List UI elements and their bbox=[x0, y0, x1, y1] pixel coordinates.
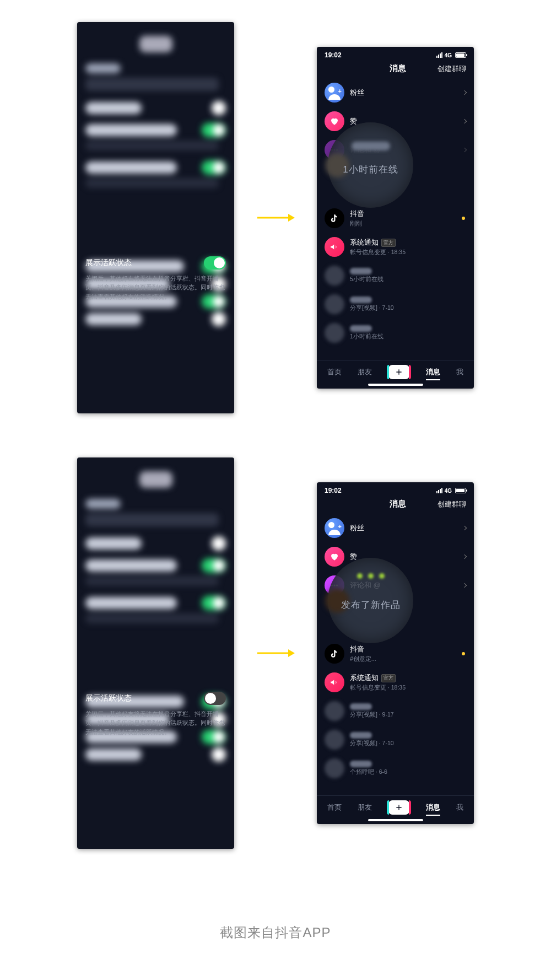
list-item-comments[interactable]: 评论和 @ bbox=[317, 571, 474, 600]
tab-messages[interactable]: 消息 bbox=[426, 367, 440, 377]
battery-icon bbox=[455, 52, 466, 58]
list-item-chat[interactable]: 分享[视频] · 7-10 bbox=[317, 290, 474, 319]
active-status-toggle-off[interactable] bbox=[204, 692, 226, 705]
chevron-right-icon bbox=[462, 554, 467, 559]
list-item-label: 粉丝 bbox=[350, 88, 364, 98]
tab-me[interactable]: 我 bbox=[456, 367, 463, 377]
list-item-label: 抖音 bbox=[350, 644, 364, 654]
list-item-chat[interactable]: 个招呼吧 · 6-6 bbox=[317, 754, 474, 783]
create-group-button[interactable]: 创建群聊 bbox=[437, 64, 466, 74]
douyin-icon bbox=[325, 644, 344, 664]
tab-me[interactable]: 我 bbox=[456, 803, 463, 812]
svg-point-4 bbox=[336, 149, 338, 151]
avatar bbox=[325, 730, 344, 750]
messages-screen-online-variant: 19:02 4G 消息 创建群聊 + 粉丝 赞 bbox=[317, 47, 474, 389]
megaphone-icon bbox=[325, 672, 344, 692]
list-item-sub: 1小时前在线 bbox=[350, 333, 466, 341]
messages-screen-content-variant: 19:02 4G 消息 创建群聊 + 粉丝 赞 bbox=[317, 482, 474, 824]
list-item-system-notify[interactable]: 系统通知官方 帐号信息变更 · 18:35 bbox=[317, 668, 474, 697]
chevron-right-icon bbox=[462, 148, 467, 152]
list-item-sub: 分享[视频] · 7-10 bbox=[350, 304, 466, 312]
show-active-status-setting: 展示活跃状态 关闭后，其他好友将无法在抖音分享栏、抖音开播页、抖音及多闪消息页看… bbox=[85, 692, 226, 736]
avatar bbox=[325, 323, 344, 343]
status-bar: 19:02 4G bbox=[317, 47, 474, 60]
svg-marker-6 bbox=[288, 649, 295, 657]
status-time: 19:02 bbox=[325, 51, 342, 59]
settings-blurred-area bbox=[77, 457, 234, 849]
unread-dot bbox=[462, 217, 465, 220]
create-group-button[interactable]: 创建群聊 bbox=[437, 499, 466, 509]
douyin-icon bbox=[325, 208, 344, 228]
comment-icon bbox=[325, 140, 344, 160]
nav-bar: 消息 创建群聊 bbox=[317, 496, 474, 514]
list-item-label: 抖音 bbox=[350, 209, 364, 219]
avatar bbox=[325, 701, 344, 721]
create-button[interactable] bbox=[388, 800, 409, 815]
list-item-label: 评论和 @ bbox=[350, 580, 381, 590]
comment-icon bbox=[325, 575, 344, 595]
list-item-comments[interactable]: 评论和 @ bbox=[317, 136, 474, 164]
tab-home[interactable]: 首页 bbox=[327, 367, 342, 377]
list-item-label: 系统通知 bbox=[350, 673, 379, 683]
setting-description: 关闭后，其他好友将无法在抖音分享栏、抖音开播页、抖音及多闪消息页看到你的活跃状态… bbox=[85, 274, 226, 301]
list-item-fans[interactable]: + 粉丝 bbox=[317, 514, 474, 542]
tab-home[interactable]: 首页 bbox=[327, 803, 342, 812]
setting-description: 关闭后，其他好友将无法在抖音分享栏、抖音开播页、抖音及多闪消息页看到你的活跃状态… bbox=[85, 709, 226, 736]
official-badge: 官方 bbox=[381, 239, 396, 247]
show-active-status-setting: 展示活跃状态 关闭后，其他好友将无法在抖音分享栏、抖音开播页、抖音及多闪消息页看… bbox=[85, 256, 226, 301]
setting-title: 展示活跃状态 bbox=[85, 258, 132, 268]
list-item-system-notify[interactable]: 系统通知官方 帐号信息变更 · 18:35 bbox=[317, 233, 474, 261]
avatar bbox=[325, 294, 344, 314]
page-title: 消息 bbox=[390, 63, 406, 74]
list-item-label: 赞 bbox=[350, 552, 357, 562]
list-item-fans[interactable]: + 粉丝 bbox=[317, 78, 474, 107]
list-item-chat[interactable]: 1小时前在线 bbox=[317, 319, 474, 347]
active-status-toggle-on[interactable] bbox=[204, 256, 226, 270]
chevron-right-icon bbox=[462, 526, 467, 530]
list-item-chat[interactable]: 分享[视频] · 9-17 bbox=[317, 697, 474, 725]
chevron-right-icon bbox=[462, 583, 467, 588]
message-list[interactable]: + 粉丝 赞 评论和 @ 抖音#创意定... bbox=[317, 514, 474, 795]
list-item-sub: 帐号信息变更 · 18:35 bbox=[350, 684, 466, 692]
setting-title: 展示活跃状态 bbox=[85, 693, 132, 703]
page-title: 消息 bbox=[390, 499, 406, 509]
list-item-likes[interactable]: 赞 bbox=[317, 107, 474, 136]
svg-point-2 bbox=[331, 149, 333, 151]
chevron-right-icon bbox=[462, 90, 467, 95]
status-bar: 19:02 4G bbox=[317, 482, 474, 496]
heart-icon bbox=[325, 547, 344, 567]
avatar bbox=[325, 758, 344, 778]
list-item-label: 系统通知 bbox=[350, 238, 379, 247]
nav-bar: 消息 创建群聊 bbox=[317, 60, 474, 78]
list-item-likes[interactable]: 赞 bbox=[317, 542, 474, 571]
figure-caption: 截图来自抖音APP bbox=[0, 924, 551, 941]
home-indicator bbox=[368, 384, 423, 386]
list-item-douyin[interactable]: 抖音#创意定... bbox=[317, 639, 474, 668]
megaphone-icon bbox=[325, 237, 344, 257]
message-list[interactable]: + 粉丝 赞 评论和 @ 抖音刚刚 bbox=[317, 78, 474, 360]
list-item-sub: 个招呼吧 · 6-6 bbox=[350, 768, 466, 776]
fans-icon: + bbox=[325, 83, 344, 103]
unread-dot bbox=[462, 652, 465, 655]
create-button[interactable] bbox=[388, 365, 409, 379]
list-item-sub: 刚刚 bbox=[350, 220, 466, 228]
list-item-sub: 分享[视频] · 9-17 bbox=[350, 711, 466, 719]
tab-friends[interactable]: 朋友 bbox=[358, 803, 372, 812]
svg-point-9 bbox=[336, 585, 338, 586]
svg-point-7 bbox=[331, 585, 333, 586]
tab-messages[interactable]: 消息 bbox=[426, 803, 440, 812]
list-item-label: 评论和 @ bbox=[350, 145, 381, 155]
tab-bar: 首页 朋友 消息 我 bbox=[317, 360, 474, 383]
fans-icon: + bbox=[325, 518, 344, 538]
signal-icon bbox=[436, 52, 442, 58]
svg-marker-1 bbox=[288, 214, 295, 222]
tab-friends[interactable]: 朋友 bbox=[358, 367, 372, 377]
official-badge: 官方 bbox=[381, 674, 396, 682]
list-item-douyin[interactable]: 抖音刚刚 bbox=[317, 204, 474, 233]
list-item-chat[interactable]: 分享[视频] · 7-10 bbox=[317, 725, 474, 754]
heart-icon bbox=[325, 111, 344, 131]
svg-point-8 bbox=[334, 585, 336, 586]
svg-point-3 bbox=[334, 149, 336, 151]
list-item-chat[interactable]: 5小时前在线 bbox=[317, 261, 474, 290]
home-indicator bbox=[368, 819, 423, 821]
